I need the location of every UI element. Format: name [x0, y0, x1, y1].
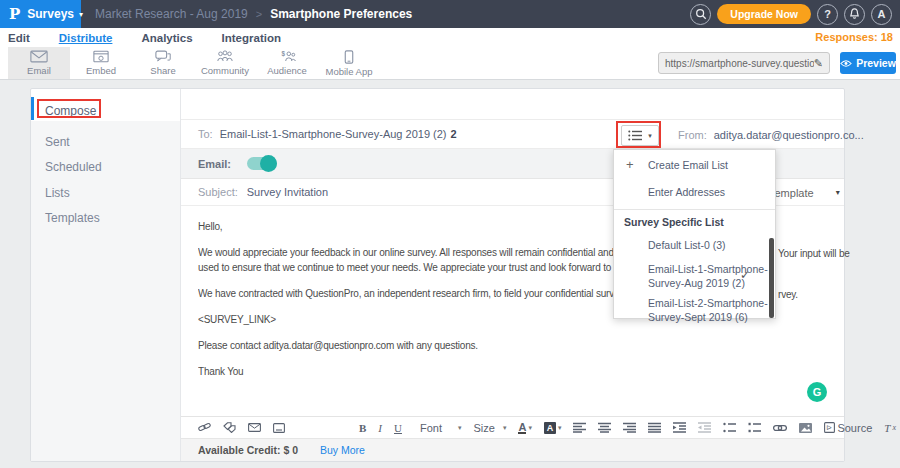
sidebar-item-lists[interactable]: Lists — [45, 186, 70, 200]
insert-email-button[interactable] — [248, 423, 261, 432]
subject-label: Subject: — [198, 186, 238, 198]
subject-value[interactable]: Survey Invitation — [247, 186, 328, 198]
tab-distribute[interactable]: Distribute — [59, 32, 113, 44]
indent-icon — [673, 422, 686, 433]
help-button[interactable]: ? — [817, 4, 838, 25]
body-paragraph: Please contact aditya.datar@questionpro.… — [198, 338, 844, 353]
outdent-button[interactable] — [698, 422, 711, 433]
create-email-list-item[interactable]: Create Email List — [648, 159, 728, 171]
active-item-indicator — [31, 97, 34, 120]
caret-down-icon: ▾ — [458, 424, 462, 432]
font-select[interactable]: Font▾ — [420, 422, 462, 434]
text-color-button[interactable]: A▾ — [518, 422, 531, 434]
survey-subnav: Edit Distribute Analytics Integration Re… — [0, 28, 900, 47]
tab-edit[interactable]: Edit — [8, 32, 30, 44]
to-value[interactable]: Email-List-1-Smartphone-Survey-Aug 2019 … — [220, 128, 447, 140]
share-icon — [155, 50, 172, 63]
email-icon — [30, 50, 48, 63]
breadcrumb-parent[interactable]: Market Research - Aug 2019 — [95, 7, 248, 21]
check-icon: ✓ — [740, 268, 750, 282]
tab-share[interactable]: Share — [132, 47, 194, 79]
body-paragraph: Thank You — [198, 364, 844, 379]
surveys-menu[interactable]: P Surveys ▾ — [0, 0, 81, 28]
font-select-label: Font — [420, 422, 442, 434]
numbered-list-icon — [748, 422, 761, 433]
sidebar-item-compose[interactable]: Compose — [45, 104, 96, 118]
tab-community-label: Community — [201, 65, 249, 76]
indent-button[interactable] — [673, 422, 686, 433]
community-icon — [216, 50, 234, 63]
bullet-list-button[interactable] — [723, 422, 736, 433]
bell-icon — [849, 8, 860, 20]
tab-audience[interactable]: $ Audience — [256, 47, 318, 79]
clear-format-icon: T — [884, 422, 890, 434]
tab-email-label: Email — [27, 65, 51, 76]
template-dropdown[interactable]: Template ▾ — [769, 179, 840, 206]
body-fragment: Your input will be — [778, 246, 850, 261]
source-button[interactable]: ᐅSource — [824, 422, 872, 434]
size-select-label: Size — [474, 422, 495, 434]
clear-format-button[interactable]: Tx — [884, 422, 896, 434]
bg-color-button[interactable]: A▾ — [544, 422, 562, 434]
insert-tag-button[interactable] — [223, 422, 236, 433]
from-value[interactable]: aditya.datar@questionpro.co... — [714, 129, 864, 141]
align-justify-icon — [648, 422, 661, 433]
align-left-button[interactable] — [573, 422, 586, 433]
sidebar-item-sent[interactable]: Sent — [45, 135, 70, 149]
underline-button[interactable]: U — [394, 422, 402, 434]
size-select[interactable]: Size▾ — [474, 422, 507, 434]
notifications-button[interactable] — [844, 4, 865, 25]
upgrade-now-label: Upgrade Now — [730, 8, 798, 20]
email-toggle[interactable] — [247, 157, 277, 170]
email-distribute-card: Compose Sent Scheduled Lists Templates T… — [30, 88, 845, 462]
tab-share-label: Share — [150, 65, 175, 76]
embed-icon — [93, 50, 109, 63]
caret-down-icon: ▾ — [528, 424, 532, 432]
sidebar-item-scheduled[interactable]: Scheduled — [45, 160, 102, 174]
option-email-list-2[interactable]: Email-List-2-Smartphone- Survey-Sept 201… — [648, 296, 768, 324]
grammarly-button[interactable]: G — [807, 382, 827, 402]
questionpro-logo-icon: P — [9, 5, 20, 23]
align-center-button[interactable] — [598, 422, 611, 433]
enter-addresses-item[interactable]: Enter Addresses — [648, 186, 725, 198]
buy-more-link[interactable]: Buy More — [320, 444, 365, 456]
outdent-icon — [698, 422, 711, 433]
app-header: P Surveys ▾ Market Research - Aug 2019 >… — [0, 0, 900, 28]
insert-button-button[interactable] — [273, 423, 285, 433]
insert-image-button[interactable] — [799, 423, 812, 433]
insert-link-button[interactable] — [198, 422, 211, 433]
tab-mobile-app[interactable]: Mobile App — [318, 47, 380, 79]
email-toggle-label: Email: — [198, 158, 231, 170]
edit-url-icon[interactable]: ✎ — [814, 57, 823, 70]
tab-integration[interactable]: Integration — [222, 32, 281, 44]
responses-count[interactable]: Responses: 18 — [815, 31, 893, 43]
avatar[interactable]: A — [871, 4, 892, 25]
sidebar-item-templates[interactable]: Templates — [45, 211, 100, 225]
chain-link-button[interactable] — [773, 424, 787, 432]
mobile-app-icon — [344, 50, 354, 64]
dropdown-scrollbar[interactable] — [769, 238, 774, 318]
tab-email[interactable]: Email — [8, 47, 70, 79]
audience-icon: $ — [278, 50, 296, 63]
tab-analytics[interactable]: Analytics — [141, 32, 192, 44]
tab-community[interactable]: Community — [194, 47, 256, 79]
upgrade-now-button[interactable]: Upgrade Now — [717, 4, 811, 24]
preview-button[interactable]: Preview — [840, 52, 896, 74]
numbered-list-button[interactable] — [748, 422, 761, 433]
email-list-picker-button[interactable]: ▾ — [621, 125, 659, 146]
card-icon — [273, 423, 285, 433]
svg-text:$: $ — [282, 50, 286, 58]
tab-embed[interactable]: Embed — [70, 47, 132, 79]
search-button[interactable] — [690, 4, 711, 25]
align-justify-button[interactable] — [648, 422, 661, 433]
option-default-list[interactable]: Default List-0 (3) — [648, 238, 726, 252]
survey-url-field[interactable]: https://smartphone-survey.questionpro ✎ — [658, 52, 830, 74]
eye-icon — [840, 59, 852, 68]
align-right-button[interactable] — [623, 422, 636, 433]
bold-button[interactable]: B — [359, 422, 366, 434]
recipient-count: 2 — [451, 128, 457, 140]
to-label: To: — [198, 128, 213, 140]
option-line: Email-List-2-Smartphone- — [648, 296, 768, 310]
italic-button[interactable]: I — [378, 422, 382, 434]
grammarly-icon: G — [813, 385, 821, 400]
